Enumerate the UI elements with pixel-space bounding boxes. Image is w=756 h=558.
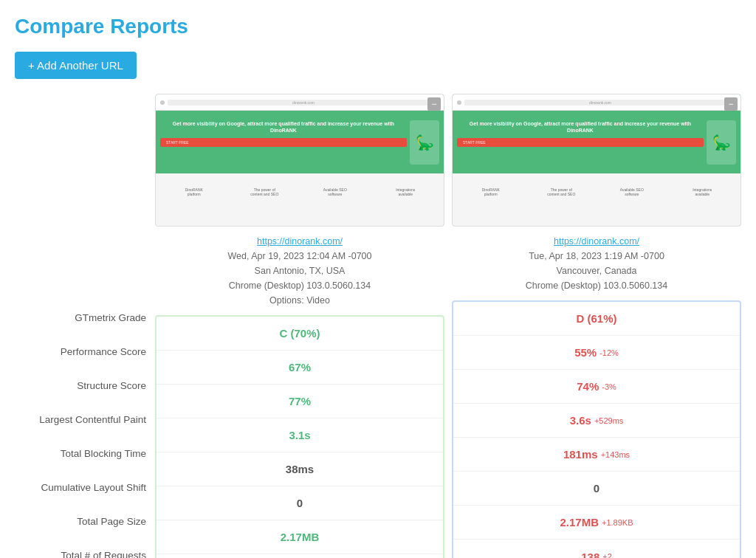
report-location-2: Vancouver, Canada — [452, 264, 741, 278]
label-tbt: Total Blocking Time — [15, 436, 155, 470]
grade-2: D (61%) — [453, 302, 740, 336]
data-box-1: C (70%) 67% 77% 3.1s 38ms 0 2.17MB 136 — [155, 315, 444, 558]
report-url-2[interactable]: https://dinorank.com/ — [554, 236, 639, 247]
report-card-1: dinorank.com Get more visibility on Goog… — [155, 94, 444, 558]
page-wrapper: Compare Reports + Add Another URL GTmetr… — [0, 0, 756, 558]
remove-report-1-button[interactable]: − — [427, 97, 441, 111]
lcp-1: 3.1s — [157, 418, 443, 452]
hero-section-2: Get more visibility on Google, attract m… — [453, 111, 740, 173]
requests-2-diff: +2 — [602, 552, 612, 558]
lcp-2-diff: +529ms — [594, 416, 623, 425]
screenshot-1: dinorank.com Get more visibility on Goog… — [155, 94, 444, 227]
lcp-2-value: 3.6s — [570, 414, 591, 427]
perf-score-2-value: 55% — [574, 346, 597, 359]
label-gtmetrix-grade: GTmetrix Grade — [15, 300, 155, 334]
report-location-1: San Antonio, TX, USA — [155, 264, 444, 278]
footer-item-2b: The power ofcontent and SEO — [526, 187, 597, 196]
footer-item-2c: Available SEOsoftware — [597, 187, 667, 196]
report-date-2: Tue, Apr 18, 2023 1:19 AM -0700 — [452, 249, 741, 264]
cls-1: 0 — [157, 486, 443, 520]
footer-section-1: DinoRANKplatform The power ofcontent and… — [156, 173, 444, 210]
footer-item-1d: Integrationsavailable — [371, 187, 441, 196]
add-url-button[interactable]: + Add Another URL — [15, 52, 137, 79]
hero-image-2: 🦕 — [707, 120, 736, 165]
structure-score-2-diff: -3% — [602, 382, 616, 391]
footer-item-2d: Integrationsavailable — [667, 187, 738, 196]
report-browser-1: Chrome (Desktop) 103.0.5060.134 — [155, 278, 444, 293]
label-cls: Cumulative Layout Shift — [15, 470, 155, 504]
structure-score-2-value: 74% — [577, 380, 599, 393]
label-lcp: Largest Contentful Paint — [15, 402, 155, 436]
reports-columns: dinorank.com Get more visibility on Goog… — [155, 94, 741, 558]
tbt-2: 181ms +143ms — [453, 438, 740, 472]
label-requests: Total # of Requests — [15, 538, 155, 558]
page-size-2-diff: +1.89KB — [602, 518, 633, 527]
footer-item-2a: DinoRANKplatform — [456, 187, 526, 196]
requests-1: 136 — [157, 554, 443, 558]
hero-btn-1: START FREE — [160, 138, 407, 147]
dino-icon-2: 🦕 — [712, 134, 731, 151]
dino-icon-1: 🦕 — [416, 134, 434, 151]
requests-2-value: 138 — [581, 551, 599, 559]
label-structure-score: Structure Score — [15, 368, 155, 402]
reports-area: GTmetrix Grade Performance Score Structu… — [15, 94, 741, 558]
requests-2: 138 +2 — [453, 540, 740, 558]
hero-btn-2: START FREE — [457, 138, 704, 147]
grade-2-value: D (61%) — [576, 312, 616, 325]
hero-section-1: Get more visibility on Google, attract m… — [156, 111, 444, 173]
remove-report-2-button[interactable]: − — [724, 97, 738, 111]
report-meta-1: https://dinorank.com/ Wed, Apr 19, 2023 … — [155, 234, 444, 308]
footer-item-1b: The power ofcontent and SEO — [230, 187, 300, 196]
structure-score-1: 77% — [157, 385, 443, 418]
report-options-1: Options: Video — [155, 293, 444, 308]
hero-content-1: Get more visibility on Google, attract m… — [160, 120, 439, 165]
nav-dot-2 — [457, 100, 461, 105]
footer-item-1a: DinoRANKplatform — [159, 187, 230, 196]
tbt-1: 38ms — [157, 452, 443, 486]
footer-item-1c: Available SEOsoftware — [300, 187, 371, 196]
report-url-1[interactable]: https://dinorank.com/ — [257, 236, 343, 247]
screenshot-inner-1: dinorank.com Get more visibility on Goog… — [156, 94, 444, 226]
page-size-2: 2.17MB +1.89KB — [453, 506, 740, 540]
lcp-2: 3.6s +529ms — [453, 404, 740, 438]
url-bar-1: dinorank.com — [168, 100, 439, 106]
hero-image-1: 🦕 — [410, 120, 439, 165]
perf-score-2-diff: -12% — [599, 348, 619, 357]
page-title: Compare Reports — [15, 15, 741, 38]
footer-section-2: DinoRANKplatform The power ofcontent and… — [453, 173, 740, 210]
label-page-size: Total Page Size — [15, 504, 155, 538]
url-bar-2: dinorank.com — [464, 100, 736, 106]
screenshot-inner-2: dinorank.com Get more visibility on Goog… — [453, 94, 740, 226]
hero-text-area-2: Get more visibility on Google, attract m… — [457, 120, 704, 147]
screenshot-2: dinorank.com Get more visibility on Goog… — [452, 94, 741, 227]
structure-score-2: 74% -3% — [453, 370, 740, 404]
tbt-2-diff: +143ms — [601, 450, 630, 459]
report-date-1: Wed, Apr 19, 2023 12:04 AM -0700 — [155, 249, 444, 264]
grade-1: C (70%) — [157, 317, 443, 351]
label-performance-score: Performance Score — [15, 334, 155, 368]
page-size-1: 2.17MB — [157, 520, 443, 554]
perf-score-2: 55% -12% — [453, 336, 740, 370]
hero-text-area-1: Get more visibility on Google, attract m… — [160, 120, 407, 147]
perf-score-1: 67% — [157, 351, 443, 385]
hero-text-1: Get more visibility on Google, attract m… — [160, 120, 407, 134]
nav-dot-1 — [160, 100, 165, 105]
screenshot-header-1: dinorank.com — [156, 94, 444, 111]
tbt-2-value: 181ms — [563, 448, 598, 461]
cls-2: 0 — [453, 472, 740, 506]
data-box-2: D (61%) 55% -12% 74% -3% 3.6s +529ms — [452, 300, 741, 558]
hero-text-2: Get more visibility on Google, attract m… — [457, 120, 704, 134]
report-meta-2: https://dinorank.com/ Tue, Apr 18, 2023 … — [452, 234, 741, 293]
labels-column: GTmetrix Grade Performance Score Structu… — [15, 94, 155, 558]
report-browser-2: Chrome (Desktop) 103.0.5060.134 — [452, 278, 741, 293]
hero-content-2: Get more visibility on Google, attract m… — [457, 120, 736, 165]
screenshot-header-2: dinorank.com — [453, 94, 740, 111]
page-size-2-value: 2.17MB — [560, 516, 599, 528]
report-card-2: dinorank.com Get more visibility on Goog… — [452, 94, 741, 558]
